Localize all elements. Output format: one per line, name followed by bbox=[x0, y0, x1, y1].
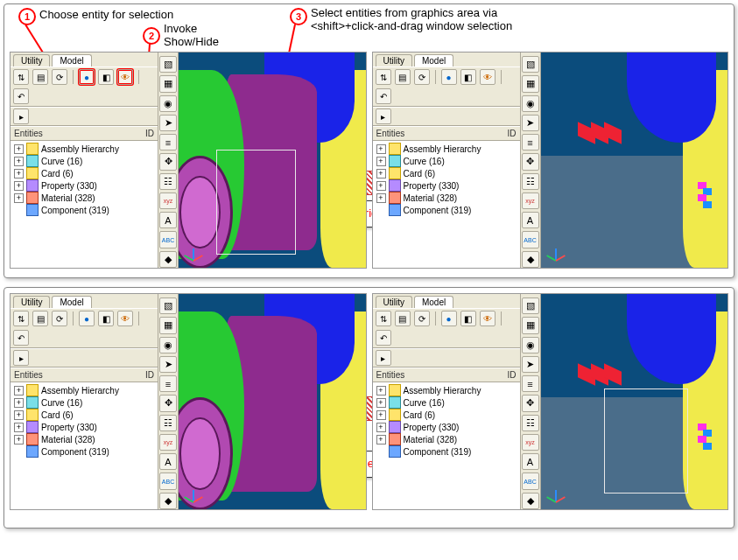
tree-label[interactable]: Curve (16) bbox=[41, 398, 82, 408]
mesh-icon[interactable]: ▦ bbox=[522, 317, 539, 333]
layers-icon[interactable]: ☷ bbox=[522, 415, 539, 431]
tree-expand-icon[interactable]: + bbox=[376, 435, 386, 444]
pick-icon[interactable]: ✥ bbox=[522, 395, 539, 411]
text-a-icon[interactable]: A bbox=[159, 453, 177, 470]
lines-icon[interactable]: ≡ bbox=[522, 375, 539, 392]
layers-icon[interactable]: ☷ bbox=[159, 415, 177, 431]
tree-label[interactable]: Component (319) bbox=[41, 206, 109, 215]
sort-icon[interactable]: ⇅ bbox=[376, 311, 391, 326]
tree-expand-icon[interactable]: + bbox=[376, 169, 386, 178]
solid-icon[interactable]: ◉ bbox=[159, 95, 177, 112]
tree-expand-icon[interactable]: + bbox=[376, 157, 386, 166]
filter-icon[interactable]: ▤ bbox=[32, 311, 48, 326]
xyz-icon[interactable]: xyz bbox=[522, 434, 539, 451]
graphics-area[interactable] bbox=[179, 52, 366, 268]
tree-label[interactable]: Curve (16) bbox=[404, 398, 445, 408]
sort-icon[interactable]: ⇅ bbox=[13, 311, 29, 326]
entity-tree[interactable]: +Assembly Hierarchy +Curve (16) +Card (6… bbox=[373, 141, 520, 268]
pick-icon[interactable]: ✥ bbox=[522, 153, 539, 170]
tree-label[interactable]: Assembly Hierarchy bbox=[41, 386, 119, 396]
lines-icon[interactable]: ≡ bbox=[159, 134, 177, 150]
solid-icon[interactable]: ◉ bbox=[522, 95, 539, 112]
arrow-icon[interactable]: ➤ bbox=[522, 356, 539, 373]
graphics-area[interactable] bbox=[179, 294, 366, 509]
unused-icon[interactable]: ◧ bbox=[460, 311, 476, 326]
alt-icon[interactable]: ◆ bbox=[159, 493, 177, 509]
undo-icon[interactable]: ↶ bbox=[376, 330, 391, 346]
undo-icon[interactable]: ↶ bbox=[13, 330, 29, 346]
tab-model[interactable]: Model bbox=[52, 54, 91, 66]
tree-expand-icon[interactable]: + bbox=[14, 144, 24, 154]
tree-label[interactable]: Property (330) bbox=[41, 181, 97, 191]
solid-icon[interactable]: ◉ bbox=[522, 337, 539, 354]
xyz-icon[interactable]: xyz bbox=[159, 434, 177, 451]
cube-icon[interactable]: ▧ bbox=[522, 56, 539, 73]
tree-label[interactable]: Curve (16) bbox=[41, 157, 82, 166]
tree-label[interactable]: Card (6) bbox=[41, 410, 74, 420]
layers-icon[interactable]: ☷ bbox=[159, 173, 177, 190]
abc-icon[interactable]: ABC bbox=[522, 231, 539, 248]
arrow-icon[interactable]: ➤ bbox=[522, 115, 539, 131]
tree-expand-icon[interactable]: + bbox=[376, 398, 386, 408]
tree-label[interactable]: Curve (16) bbox=[404, 157, 445, 166]
alt-icon[interactable]: ◆ bbox=[159, 251, 177, 268]
arrow-icon[interactable]: ➤ bbox=[159, 115, 177, 131]
abc-icon[interactable]: ABC bbox=[159, 231, 177, 248]
xyz-icon[interactable]: xyz bbox=[159, 192, 177, 209]
tree-label[interactable]: Assembly Hierarchy bbox=[404, 144, 481, 154]
pick-icon[interactable]: ✥ bbox=[159, 395, 177, 411]
tree-expand-icon[interactable]: + bbox=[376, 144, 386, 154]
cube-icon[interactable]: ▧ bbox=[522, 298, 539, 314]
unused-icon[interactable]: ◧ bbox=[460, 69, 476, 85]
abc-icon[interactable]: ABC bbox=[522, 472, 539, 489]
undo-icon[interactable]: ↶ bbox=[376, 88, 391, 104]
tree-expand-icon[interactable]: + bbox=[376, 410, 386, 420]
sort-icon[interactable]: ⇅ bbox=[376, 69, 391, 85]
show-hide-button[interactable]: 👁 bbox=[117, 311, 133, 326]
refresh-icon[interactable]: ⟳ bbox=[52, 311, 67, 326]
tree-label[interactable]: Material (328) bbox=[404, 435, 458, 444]
expand-icon[interactable]: ▸ bbox=[376, 350, 391, 366]
tree-label[interactable]: Material (328) bbox=[41, 193, 95, 203]
layers-icon[interactable]: ☷ bbox=[522, 173, 539, 190]
tree-expand-icon[interactable]: + bbox=[14, 193, 24, 203]
tree-label[interactable]: Component (319) bbox=[41, 447, 109, 457]
tree-expand-icon[interactable]: + bbox=[14, 435, 24, 444]
abc-icon[interactable]: ABC bbox=[159, 472, 177, 489]
tree-label[interactable]: Assembly Hierarchy bbox=[404, 386, 481, 396]
graphics-area[interactable] bbox=[541, 294, 728, 509]
show-hide-button[interactable]: 👁 bbox=[480, 311, 496, 326]
tab-utility[interactable]: Utility bbox=[376, 296, 412, 308]
cube-icon[interactable]: ▧ bbox=[159, 298, 177, 314]
alt-icon[interactable]: ◆ bbox=[522, 493, 539, 509]
text-a-icon[interactable]: A bbox=[522, 453, 539, 470]
refresh-icon[interactable]: ⟳ bbox=[52, 69, 67, 85]
tree-expand-icon[interactable]: + bbox=[376, 181, 386, 191]
entity-selector-button[interactable]: ● bbox=[441, 311, 457, 326]
tree-label[interactable]: Material (328) bbox=[404, 193, 458, 203]
tree-label[interactable]: Material (328) bbox=[41, 435, 95, 444]
tree-expand-icon[interactable]: + bbox=[14, 181, 24, 191]
pick-icon[interactable]: ✥ bbox=[159, 153, 177, 170]
lines-icon[interactable]: ≡ bbox=[522, 134, 539, 150]
mesh-icon[interactable]: ▦ bbox=[159, 75, 177, 92]
mesh-icon[interactable]: ▦ bbox=[159, 317, 177, 333]
text-a-icon[interactable]: A bbox=[159, 212, 177, 228]
tab-model[interactable]: Model bbox=[52, 296, 91, 308]
show-hide-button[interactable]: 👁 bbox=[480, 69, 496, 85]
tree-label[interactable]: Component (319) bbox=[404, 206, 472, 215]
tree-label[interactable]: Component (319) bbox=[404, 447, 472, 457]
show-hide-button[interactable]: 👁 bbox=[117, 69, 133, 85]
tree-expand-icon[interactable]: + bbox=[376, 423, 386, 432]
filter-icon[interactable]: ▤ bbox=[395, 311, 411, 326]
tab-utility[interactable]: Utility bbox=[13, 54, 50, 66]
mesh-icon[interactable]: ▦ bbox=[522, 75, 539, 92]
tab-utility[interactable]: Utility bbox=[13, 296, 50, 308]
tree-label[interactable]: Card (6) bbox=[41, 169, 74, 178]
solid-icon[interactable]: ◉ bbox=[159, 337, 177, 354]
alt-icon[interactable]: ◆ bbox=[522, 251, 539, 268]
tree-label[interactable]: Card (6) bbox=[404, 410, 436, 420]
tree-label[interactable]: Property (330) bbox=[404, 423, 460, 432]
entity-selector-button[interactable]: ● bbox=[441, 69, 457, 85]
tree-expand-icon[interactable]: + bbox=[14, 410, 24, 420]
